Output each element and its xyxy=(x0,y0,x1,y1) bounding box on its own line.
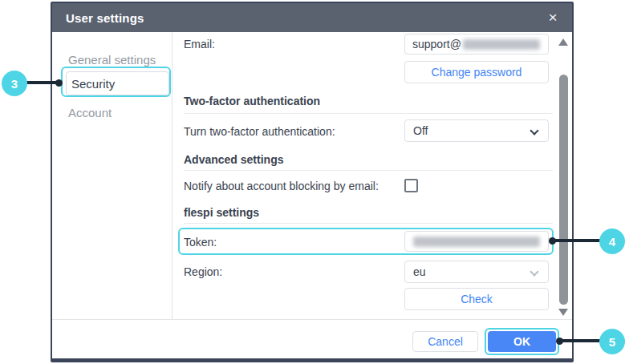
annotation-line-4 xyxy=(554,239,602,242)
close-icon[interactable]: × xyxy=(545,10,561,26)
screenshot-stage: User settings × General settings Securit… xyxy=(0,0,625,364)
region-label: Region: xyxy=(184,265,222,278)
annotation-badge-3: 3 xyxy=(2,71,27,96)
dialog-title: User settings xyxy=(52,11,144,25)
advanced-section-title: Advanced settings xyxy=(184,153,283,166)
user-settings-dialog: User settings × General settings Securit… xyxy=(51,2,574,362)
section-divider xyxy=(184,170,553,171)
check-button[interactable]: Check xyxy=(404,288,549,310)
twofactor-value: Off xyxy=(413,124,428,137)
token-field[interactable] xyxy=(404,231,549,252)
annotation-highlight-security: Security xyxy=(61,67,171,97)
annotation-dot-4 xyxy=(549,237,556,245)
redacted-email-domain xyxy=(463,39,540,50)
scrollbar-up-arrow[interactable] xyxy=(558,38,568,46)
section-divider xyxy=(184,223,553,224)
sidebar-divider xyxy=(172,32,172,319)
sidebar-item-account[interactable]: Account xyxy=(68,106,164,122)
ok-button[interactable]: OK xyxy=(488,331,556,352)
twofactor-select[interactable]: Off xyxy=(404,119,549,142)
twofactor-label: Turn two-factor authentication: xyxy=(184,125,335,138)
chevron-down-icon xyxy=(530,126,538,135)
dialog-header: User settings × xyxy=(52,3,572,32)
scrollbar-down-arrow[interactable] xyxy=(558,309,568,316)
sidebar-item-security[interactable]: Security xyxy=(66,71,169,95)
region-value: eu xyxy=(413,265,426,278)
annotation-dot-5 xyxy=(556,338,563,345)
notify-checkbox[interactable] xyxy=(404,179,418,192)
redacted-token-value xyxy=(413,237,540,247)
flespi-section-title: flespi settings xyxy=(184,206,259,219)
token-label: Token: xyxy=(184,236,217,249)
email-field[interactable]: support@ xyxy=(404,34,549,55)
annotation-badge-4: 4 xyxy=(599,229,625,254)
notify-label: Notify about account blocking by email: xyxy=(184,180,379,192)
annotation-dot-3 xyxy=(55,79,63,87)
annotation-badge-5: 5 xyxy=(599,329,625,354)
email-value: support@ xyxy=(412,38,461,51)
email-label: Email: xyxy=(184,38,215,51)
twofactor-section-title: Two-factor authentication xyxy=(184,95,320,107)
cancel-button[interactable]: Cancel xyxy=(412,331,478,352)
change-password-button[interactable]: Change password xyxy=(404,61,549,83)
annotation-line-5 xyxy=(562,339,602,342)
section-divider xyxy=(184,113,553,114)
chevron-down-icon xyxy=(530,267,538,276)
scrollbar-thumb[interactable] xyxy=(559,75,568,305)
region-select[interactable]: eu xyxy=(404,261,549,283)
footer-divider xyxy=(52,319,572,320)
